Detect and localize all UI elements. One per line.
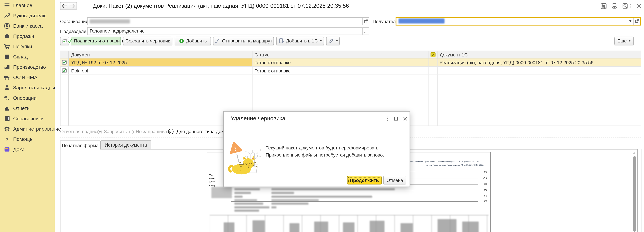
- scrollbar-thumb[interactable]: [633, 156, 636, 232]
- sidebar-item-otchety[interactable]: Отчеты: [0, 103, 55, 113]
- add-to-1c-button[interactable]: Добавить в 1С: [276, 36, 324, 45]
- cell-document[interactable]: УПД № 192 от 07.12.2025: [69, 59, 252, 66]
- chevron-down-icon: [628, 40, 631, 42]
- department-field[interactable]: Головное подразделение ...: [87, 27, 369, 35]
- menu-icon: [3, 2, 10, 9]
- sidebar-item-label: Отчеты: [13, 105, 30, 111]
- delete-draft-dialog: Удаление черновика: [223, 111, 410, 187]
- row-checkbox-cell[interactable]: [60, 67, 69, 75]
- sidebar-item-spravochniki[interactable]: Справочники: [0, 113, 55, 123]
- radio-request-label[interactable]: Запросить: [104, 129, 127, 134]
- radio-no-request[interactable]: [129, 130, 134, 134]
- send-route-label: Отправить на маршрут: [222, 38, 272, 43]
- cancel-button[interactable]: Отмена: [383, 176, 406, 184]
- scroll-up-icon[interactable]: [632, 152, 636, 154]
- save-draft-button[interactable]: Сохранить черновик: [123, 36, 172, 45]
- svg-text:?: ?: [6, 137, 8, 142]
- save-draft-label: Сохранить черновик: [125, 38, 170, 43]
- send-route-button[interactable]: Отправить на маршрут: [213, 36, 274, 45]
- kebab-icon[interactable]: [629, 3, 633, 10]
- sidebar-item-doki[interactable]: Доки: [0, 144, 55, 154]
- column-header-document-1c[interactable]: Документ 1С: [438, 51, 641, 58]
- close-icon[interactable]: [636, 3, 643, 10]
- cart-icon: [3, 43, 10, 50]
- sign-send-label: Подписать и отправить: [74, 38, 124, 43]
- recipient-value-selected: [396, 18, 627, 25]
- sidebar-item-operacii[interactable]: ДтКт Операции: [0, 93, 55, 103]
- chevron-down-icon: [319, 40, 322, 42]
- sidebar-item-label: Склад: [13, 54, 28, 60]
- briefcase-icon: [3, 33, 10, 40]
- checkbox-column-header[interactable]: [60, 51, 69, 58]
- svg-text:Дт: Дт: [4, 95, 7, 98]
- sidebar-item-pomosch[interactable]: ? Помощь: [0, 134, 55, 144]
- back-button[interactable]: [60, 3, 68, 10]
- debit-credit-icon: ДтКт: [3, 94, 10, 101]
- recipient-field[interactable]: [396, 17, 641, 25]
- plus-circle-icon: [179, 38, 184, 44]
- preview-icon[interactable]: [621, 3, 629, 10]
- sidebar-item-rukovoditelyu[interactable]: Руководителю: [0, 10, 55, 21]
- link-button[interactable]: [326, 36, 340, 45]
- table-row[interactable]: Doki.epf Готов к отправке: [60, 67, 641, 75]
- column-header-flag[interactable]: [429, 51, 438, 58]
- row-checkbox-cell[interactable]: [60, 59, 69, 66]
- column-header-document[interactable]: Документ: [69, 51, 252, 58]
- question-icon: ?: [3, 135, 10, 143]
- cell-status[interactable]: Готов к отправке: [252, 59, 429, 66]
- cell-document[interactable]: Doki.epf: [69, 67, 252, 75]
- cell-flag[interactable]: [429, 59, 438, 66]
- sidebar-item-sklad[interactable]: Склад: [0, 52, 55, 62]
- sleeping-cat-warning-illustration: !: [227, 139, 265, 178]
- continue-button[interactable]: Продолжить: [347, 176, 382, 184]
- sidebar-item-pokupki[interactable]: Покупки: [0, 41, 55, 51]
- column-header-status[interactable]: Статус: [252, 51, 429, 58]
- sidebar-item-label: Банк и касса: [13, 23, 42, 29]
- open-link-icon[interactable]: [362, 18, 369, 25]
- ellipsis-button[interactable]: ...: [362, 28, 369, 35]
- checkbox-checked-icon[interactable]: [62, 60, 66, 65]
- app-window: Главное Руководителю ₽ Банк и касса Прод…: [0, 0, 644, 232]
- kebab-icon[interactable]: [384, 116, 390, 121]
- cell-document-1c[interactable]: [438, 67, 641, 75]
- sidebar-item-os-nma[interactable]: ОС и НМА: [0, 72, 55, 82]
- radio-no-request-label[interactable]: Не запрашивать: [136, 129, 172, 134]
- sidebar-item-label: Помощь: [13, 136, 32, 142]
- checkbox-checked-icon[interactable]: [62, 68, 66, 73]
- sidebar-item-proizvodstvo[interactable]: Производство: [0, 62, 55, 72]
- sign-send-button[interactable]: Подписать и отправить: [71, 36, 121, 45]
- sidebar-item-label: Продажи: [13, 33, 34, 39]
- page-plus-icon: [278, 38, 284, 44]
- sidebar-item-bank-kassa[interactable]: ₽ Банк и касса: [0, 21, 55, 31]
- sidebar-item-prodazhi[interactable]: Продажи: [0, 31, 55, 41]
- maximize-icon[interactable]: [393, 116, 399, 121]
- organization-field[interactable]: [87, 17, 369, 25]
- more-button[interactable]: Еще: [614, 36, 634, 45]
- cell-flag[interactable]: [429, 67, 438, 75]
- open-link-icon[interactable]: [633, 18, 640, 25]
- dialog-title: Удаление черновика: [231, 115, 285, 121]
- tab-history[interactable]: История документа: [100, 140, 151, 149]
- print-icon[interactable]: [611, 3, 618, 10]
- forward-button[interactable]: [68, 3, 76, 10]
- folder-doki-icon: [3, 146, 10, 153]
- info-icon: i: [168, 129, 174, 134]
- sidebar-item-zarplata[interactable]: Зарплата и кадры: [0, 82, 55, 93]
- gear-icon: [3, 125, 10, 132]
- add-label: Добавить: [186, 38, 207, 43]
- sidebar-item-glavnoe[interactable]: Главное: [0, 0, 55, 10]
- tab-print-form[interactable]: Печатная форма: [60, 140, 100, 150]
- save-icon[interactable]: [600, 3, 607, 10]
- add-button[interactable]: Добавить: [175, 36, 211, 45]
- redacted-table-grid: [210, 215, 488, 232]
- boxes-icon: [3, 53, 10, 60]
- cell-document-1c[interactable]: Реализация (акт, накладная, УПД) 0000-00…: [438, 59, 641, 66]
- radio-request[interactable]: [98, 130, 102, 134]
- sidebar-item-administrirovanie[interactable]: Администрирование: [0, 123, 55, 134]
- close-icon[interactable]: [402, 116, 408, 121]
- table-row[interactable]: УПД № 192 от 07.12.2025 Готов к отправке…: [60, 59, 641, 67]
- flag-check-icon: [430, 52, 436, 57]
- organization-label: Организация:: [60, 19, 90, 24]
- dropdown-button[interactable]: [627, 18, 633, 25]
- cell-status[interactable]: Готов к отправке: [252, 67, 429, 75]
